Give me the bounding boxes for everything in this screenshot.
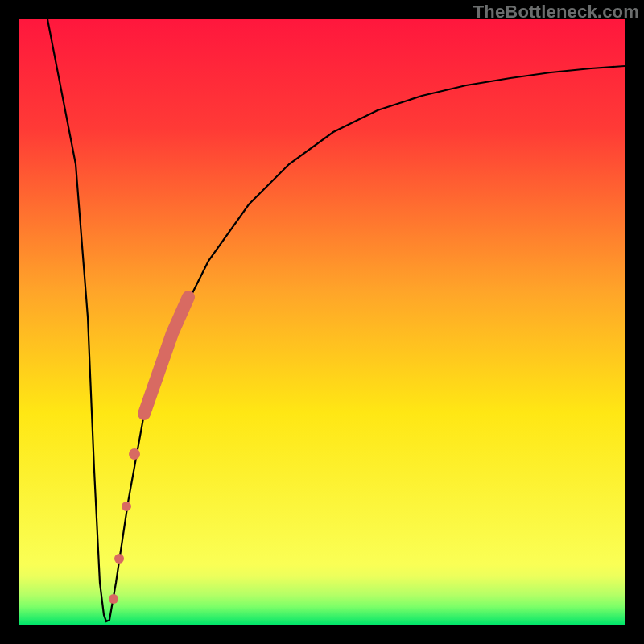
gradient-background	[19, 19, 625, 625]
highlight-dot	[129, 448, 140, 460]
highlight-dot	[114, 554, 124, 564]
plot-area	[19, 19, 625, 625]
highlight-dot	[109, 594, 118, 604]
chart-frame: TheBottleneck.com	[0, 0, 644, 644]
chart-svg	[19, 19, 625, 625]
highlight-dot	[122, 502, 131, 511]
